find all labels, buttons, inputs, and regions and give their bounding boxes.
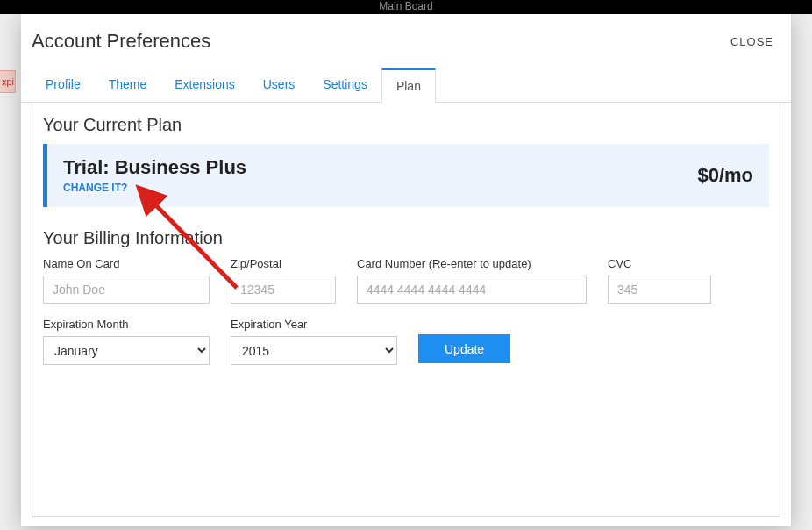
update-group: Update (418, 318, 510, 365)
card-number-input[interactable] (357, 276, 587, 304)
modal-header: Account Preferences CLOSE (21, 14, 791, 65)
exp-year-label: Expiration Year (231, 318, 397, 331)
tab-theme[interactable]: Theme (95, 68, 161, 103)
tab-users[interactable]: Users (249, 68, 310, 103)
billing-info-title: Your Billing Information (43, 228, 769, 248)
tab-profile[interactable]: Profile (32, 68, 95, 103)
zip-input[interactable] (231, 276, 336, 304)
tab-plan[interactable]: Plan (381, 68, 436, 103)
name-on-card-input[interactable] (43, 276, 210, 304)
name-on-card-group: Name On Card (43, 257, 210, 304)
exp-year-group: Expiration Year 2015 (231, 318, 397, 365)
modal-title: Account Preferences (32, 30, 210, 53)
exp-month-select[interactable]: January (43, 336, 210, 365)
account-preferences-modal: Account Preferences CLOSE Profile Theme … (21, 14, 791, 526)
billing-row-1: Name On Card Zip/Postal Card Number (Re-… (43, 257, 769, 304)
cvc-label: CVC (608, 257, 711, 270)
tab-extensions[interactable]: Extensions (160, 68, 248, 103)
plan-name: Trial: Business Plus (63, 156, 246, 179)
update-button[interactable]: Update (418, 334, 510, 363)
tab-content: Your Current Plan Trial: Business Plus C… (32, 103, 780, 517)
exp-year-select[interactable]: 2015 (231, 336, 397, 365)
name-on-card-label: Name On Card (43, 257, 210, 270)
plan-info: Trial: Business Plus CHANGE IT? (63, 156, 246, 195)
zip-label: Zip/Postal (231, 257, 336, 270)
exp-month-group: Expiration Month January (43, 318, 210, 365)
card-number-label: Card Number (Re-enter to update) (357, 257, 587, 270)
exp-month-label: Expiration Month (43, 318, 210, 331)
cvc-input[interactable] (608, 276, 711, 304)
billing-row-2: Expiration Month January Expiration Year… (43, 318, 769, 365)
change-plan-link[interactable]: CHANGE IT? (63, 182, 127, 194)
plan-price: $0/mo (697, 164, 753, 187)
cvc-group: CVC (608, 257, 711, 304)
plan-card: Trial: Business Plus CHANGE IT? $0/mo (43, 144, 769, 207)
app-topbar: Main Board (0, 0, 812, 14)
tab-settings[interactable]: Settings (309, 68, 381, 103)
background-banner-fragment: xpi (0, 70, 16, 93)
current-plan-title: Your Current Plan (43, 115, 769, 135)
topbar-title: Main Board (379, 0, 432, 12)
tabs-bar: Profile Theme Extensions Users Settings … (21, 68, 791, 103)
card-number-group: Card Number (Re-enter to update) (357, 257, 587, 304)
close-button[interactable]: CLOSE (730, 35, 773, 48)
zip-group: Zip/Postal (231, 257, 336, 304)
